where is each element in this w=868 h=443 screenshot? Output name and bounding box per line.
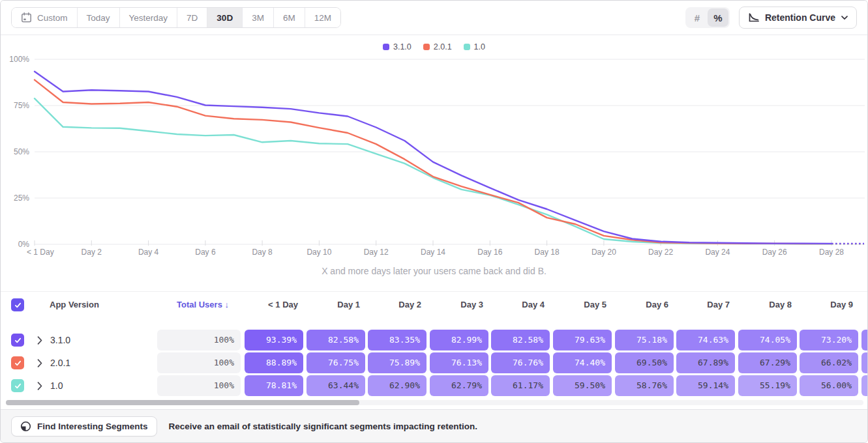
retention-cell[interactable]: 62.90% <box>368 375 427 396</box>
retention-cell-clipped[interactable] <box>861 352 868 373</box>
retention-cell[interactable]: 69.50% <box>615 352 674 373</box>
retention-cell[interactable]: 82.58% <box>491 330 550 350</box>
legend-item-2.0.1[interactable]: 2.0.1 <box>423 42 452 51</box>
percent-format-button[interactable]: % <box>708 8 728 27</box>
retention-cell[interactable]: 74.63% <box>676 330 735 350</box>
retention-cell[interactable]: 67.89% <box>676 352 735 373</box>
series-line-3.1.0 <box>35 72 831 244</box>
retention-cell[interactable]: 75.18% <box>615 330 674 350</box>
retention-cell[interactable]: 82.58% <box>307 330 365 350</box>
chart-caption: X and more days later your users came ba… <box>1 266 867 276</box>
range-button-label: 12M <box>314 13 331 23</box>
footer-bar: Find Interesting Segments Receive an ema… <box>1 409 867 442</box>
row-checkbox-2.0.1[interactable] <box>11 356 24 369</box>
day-column-header: Day 3 <box>430 293 488 317</box>
day-column-header: Day 4 <box>491 293 550 317</box>
range-button-label: 7D <box>187 13 198 23</box>
day-column-header: Day 2 <box>368 293 427 317</box>
retention-cell[interactable]: 78.81% <box>245 375 303 396</box>
svg-text:Day 28: Day 28 <box>819 248 844 257</box>
range-button-today[interactable]: Today <box>77 8 119 27</box>
calendar-icon <box>21 12 32 23</box>
retention-cell[interactable]: 82.99% <box>430 330 488 350</box>
hash-format-button[interactable]: # <box>687 8 708 27</box>
retention-cell[interactable]: 62.79% <box>430 375 488 396</box>
retention-cell[interactable]: 59.14% <box>676 375 735 396</box>
svg-text:Day 8: Day 8 <box>252 248 273 257</box>
retention-cell[interactable]: 76.75% <box>307 352 365 373</box>
legend-item-3.1.0[interactable]: 3.1.0 <box>383 42 412 51</box>
range-button-3m[interactable]: 3M <box>242 8 273 27</box>
range-button-yesterday[interactable]: Yesterday <box>119 8 177 27</box>
svg-text:< 1 Day: < 1 Day <box>27 248 54 257</box>
retention-cell[interactable]: 76.76% <box>491 352 550 373</box>
retention-report-card: CustomTodayYesterday7D30D3M6M12M #% Rete… <box>0 0 868 443</box>
range-button-custom[interactable]: Custom <box>12 8 77 27</box>
legend-label: 2.0.1 <box>434 42 452 51</box>
retention-curve-icon <box>748 13 759 23</box>
expand-chevron-right-icon[interactable] <box>37 382 42 390</box>
retention-cell[interactable]: 59.50% <box>553 375 612 396</box>
day-column-header: < 1 Day <box>245 293 303 317</box>
retention-cell[interactable]: 88.89% <box>245 352 303 373</box>
retention-cell[interactable]: 58.76% <box>615 375 674 396</box>
retention-cell[interactable]: 66.02% <box>800 352 858 373</box>
retention-chart-area[interactable]: 0%25%50%75%100%< 1 DayDay 2Day 4Day 6Day… <box>1 37 868 265</box>
day-column-header: Day 6 <box>615 293 674 317</box>
range-button-7d[interactable]: 7D <box>177 8 207 27</box>
svg-text:Day 6: Day 6 <box>195 248 216 257</box>
svg-text:Day 22: Day 22 <box>648 248 673 257</box>
retention-cell[interactable]: 83.35% <box>368 330 427 350</box>
table-row-1.0: 1.0100%78.81%63.44%62.90%62.79%61.17%59.… <box>1 375 868 396</box>
chart-legend: 3.1.02.0.11.0 <box>1 41 867 53</box>
day-column-header: Day 5 <box>553 293 612 317</box>
series-line-1.0 <box>35 98 831 244</box>
retention-cell[interactable]: 76.13% <box>430 352 488 373</box>
retention-cell[interactable]: 74.40% <box>553 352 612 373</box>
day-column-header: Day 7 <box>676 293 735 317</box>
find-interesting-segments-button[interactable]: Find Interesting Segments <box>11 416 157 436</box>
retention-cell[interactable]: 55.19% <box>738 375 797 396</box>
table-row-3.1.0: 3.1.0100%93.39%82.58%83.35%82.99%82.58%7… <box>1 330 868 350</box>
svg-text:Day 26: Day 26 <box>762 248 787 257</box>
expand-chevron-right-icon[interactable] <box>37 336 42 345</box>
retention-cell[interactable]: 73.20% <box>800 330 858 350</box>
retention-cell[interactable]: 93.39% <box>245 330 303 350</box>
legend-item-1.0[interactable]: 1.0 <box>464 42 485 51</box>
svg-text:Day 16: Day 16 <box>477 248 502 257</box>
svg-text:Day 18: Day 18 <box>535 248 560 257</box>
retention-cell[interactable]: 74.05% <box>738 330 797 350</box>
legend-label: 3.1.0 <box>393 42 412 51</box>
range-button-label: 6M <box>283 13 295 23</box>
legend-swatch <box>423 44 430 50</box>
retention-cell[interactable]: 61.17% <box>491 375 550 396</box>
retention-cell[interactable]: 56.00% <box>800 375 858 396</box>
retention-cell[interactable]: 63.44% <box>307 375 365 396</box>
table-header-row: App Version Total Users ↓ < 1 DayDay 1Da… <box>1 293 868 317</box>
legend-label: 1.0 <box>474 42 485 51</box>
retention-cell-clipped[interactable] <box>861 330 868 350</box>
range-button-6m[interactable]: 6M <box>273 8 305 27</box>
retention-cell[interactable]: 67.29% <box>738 352 797 373</box>
range-button-30d[interactable]: 30D <box>207 8 242 27</box>
total-users-sort-header[interactable]: Total Users ↓ <box>157 293 241 317</box>
svg-text:Day 24: Day 24 <box>705 248 730 257</box>
select-all-checkbox[interactable] <box>11 298 24 311</box>
retention-cell[interactable]: 79.63% <box>553 330 612 350</box>
retention-cell-clipped[interactable] <box>861 375 868 396</box>
range-button-label: Custom <box>37 13 68 23</box>
value-format-toggle: #% <box>685 7 730 28</box>
find-segments-label: Find Interesting Segments <box>37 422 148 431</box>
horizontal-scrollbar-thumb[interactable] <box>6 400 359 405</box>
day-column-header: Day 1 <box>307 293 365 317</box>
expand-chevron-right-icon[interactable] <box>37 359 42 367</box>
row-checkbox-3.1.0[interactable] <box>11 334 24 347</box>
horizontal-scrollbar-track[interactable] <box>6 400 863 405</box>
segment-circle-icon <box>20 421 31 432</box>
table-row-2.0.1: 2.0.1100%88.89%76.75%75.89%76.13%76.76%7… <box>1 352 868 373</box>
range-button-12m[interactable]: 12M <box>305 8 340 27</box>
range-button-label: 3M <box>252 13 264 23</box>
row-checkbox-1.0[interactable] <box>11 379 24 392</box>
retention-cell[interactable]: 75.89% <box>368 352 427 373</box>
chart-type-dropdown[interactable]: Retention Curve <box>739 7 857 29</box>
